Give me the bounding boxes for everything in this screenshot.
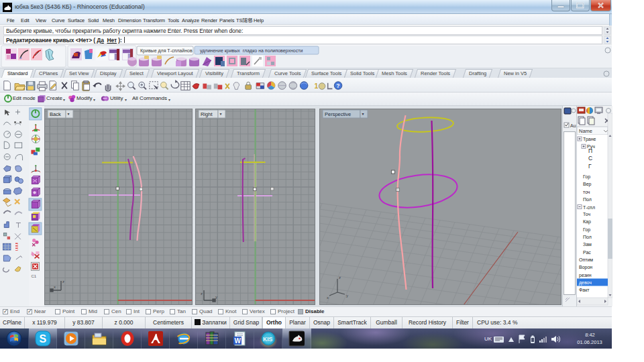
svg-text:y: y [346,294,348,298]
svg-text:Пол: Пол [583,235,592,239]
svg-text:▾: ▾ [362,112,364,116]
svg-text:x: x [54,285,56,289]
svg-text:z: z [62,280,64,284]
svg-text:Гор: Гор [583,174,590,180]
svg-text:точ: точ [583,190,590,194]
svg-text:Back: Back [50,111,61,117]
svg-text:▾: ▾ [68,112,70,116]
svg-text:Г: Г [588,163,592,170]
svg-text:Гор: Гор [583,227,590,233]
svg-text:Оптим: Оптим [579,257,593,262]
svg-text:y: y [215,295,217,299]
svg-text:С: С [588,155,592,162]
svg-text:девоч: девоч [579,280,592,286]
svg-text:П: П [588,147,592,154]
svg-text:Right: Right [201,111,213,117]
svg-text:Perspective: Perspective [325,111,351,117]
svg-text:x: x [327,296,329,300]
svg-text:Name: Name [579,128,592,134]
svg-text:Зам: Зам [583,242,592,247]
svg-text:?: ? [336,82,339,89]
svg-text:Кривые для Т-сплайнов: Кривые для Т-сплайнов [140,48,193,54]
svg-text:Тране: Тране [583,137,596,142]
svg-text:резин: резин [579,273,592,278]
svg-text:Рас: Рас [583,250,591,255]
svg-text:z: z [201,292,203,296]
svg-text:1: 1 [315,82,319,90]
svg-text:Т-спл: Т-спл [583,205,595,210]
svg-text:Пол: Пол [583,197,592,202]
svg-text:KIS: KIS [263,336,273,343]
svg-text:C1: C1 [31,274,36,278]
svg-text:▾: ▾ [220,112,222,116]
svg-text:Кар: Кар [583,219,591,225]
svg-text:Факт: Факт [579,288,590,292]
svg-text:Точ: Точ [583,212,590,217]
svg-text:Вер: Вер [583,182,592,187]
svg-text:Ворон: Ворон [579,265,592,270]
svg-text:S: S [40,333,47,345]
svg-text:W: W [235,337,241,345]
svg-text:Au: Au [570,123,576,128]
svg-text:z: z [339,276,341,280]
svg-text:удлинение кривых гладко на по: удлинение кривых гладко на полиповерхнос… [200,48,303,54]
